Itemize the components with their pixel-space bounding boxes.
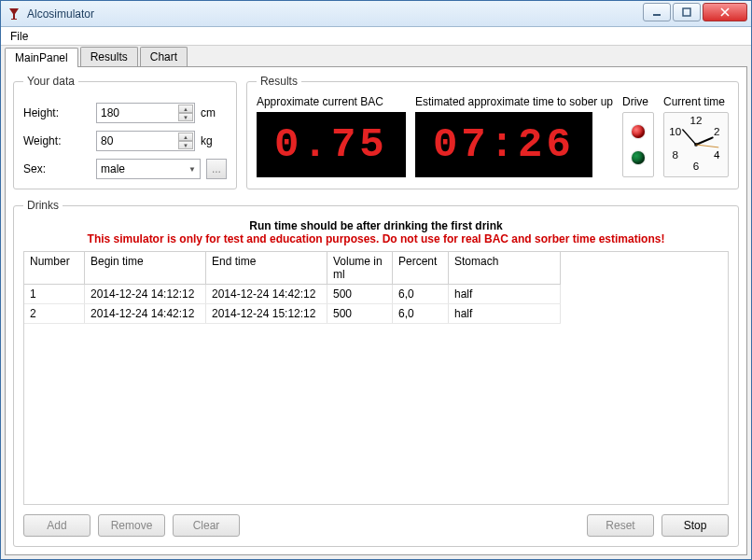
table-header: Number Begin time End time Volume in ml …: [24, 252, 561, 285]
sober-label: Estimated approximate time to sober up: [415, 95, 613, 108]
height-value: 180: [101, 106, 190, 119]
drive-label: Drive: [622, 95, 648, 108]
titlebar[interactable]: Alcosimulator: [1, 1, 751, 27]
col-percent[interactable]: Percent: [393, 252, 449, 284]
col-stomach[interactable]: Stomach: [449, 252, 561, 284]
maximize-button[interactable]: [673, 3, 701, 21]
svg-text:2: 2: [714, 125, 719, 137]
clock-hour-hand: [696, 137, 713, 145]
height-label: Height:: [23, 106, 96, 119]
window-buttons: [643, 1, 751, 26]
weight-up-icon[interactable]: ▲: [178, 133, 193, 141]
drinks-legend: Drinks: [23, 199, 63, 212]
hint-warning: This simulator is only for test and educ…: [23, 232, 729, 245]
led-green-icon: [632, 151, 645, 164]
analog-clock: 12 2 4 6 8 10: [663, 112, 729, 177]
col-number[interactable]: Number: [24, 252, 85, 284]
minimize-button[interactable]: [643, 3, 671, 21]
close-button[interactable]: [703, 3, 747, 21]
more-button[interactable]: ...: [206, 159, 227, 179]
svg-text:12: 12: [690, 114, 703, 126]
weight-value: 80: [101, 134, 190, 147]
height-down-icon[interactable]: ▼: [178, 113, 193, 121]
col-begin[interactable]: Begin time: [85, 252, 206, 284]
weight-input[interactable]: 80 ▲▼: [96, 131, 195, 151]
sober-display: 07:26: [415, 112, 592, 177]
sex-value: male: [101, 162, 125, 175]
tab-chart[interactable]: Chart: [140, 47, 188, 66]
clock-minute-hand: [682, 129, 696, 145]
col-volume[interactable]: Volume in ml: [327, 252, 393, 284]
add-button[interactable]: Add: [23, 514, 91, 537]
menubar: File: [1, 27, 751, 46]
app-window: Alcosimulator File MainPanel Results Cha…: [0, 0, 752, 560]
reset-button[interactable]: Reset: [587, 514, 654, 537]
drinks-table[interactable]: Number Begin time End time Volume in ml …: [23, 251, 729, 505]
bac-display: 0.75: [257, 112, 406, 177]
menu-file[interactable]: File: [5, 28, 34, 45]
weight-unit: kg: [201, 134, 227, 147]
content-panel: Your data Height: 180 ▲▼ cm Weight: 80 ▲…: [5, 66, 747, 555]
results-legend: Results: [257, 75, 301, 88]
clear-button[interactable]: Clear: [173, 514, 240, 537]
height-unit: cm: [201, 106, 227, 119]
button-row: Add Remove Clear Reset Stop: [23, 514, 729, 537]
weight-label: Weight:: [23, 134, 96, 147]
results-group: Results Approximate current BAC 0.75 Est…: [246, 75, 739, 189]
yourdata-group: Your data Height: 180 ▲▼ cm Weight: 80 ▲…: [13, 75, 237, 189]
drinks-group: Drinks Run time should be after drinking…: [13, 199, 739, 547]
height-up-icon[interactable]: ▲: [178, 105, 193, 113]
clock-second-hand: [696, 145, 718, 147]
svg-text:4: 4: [714, 148, 720, 161]
tab-mainpanel[interactable]: MainPanel: [5, 48, 78, 67]
svg-rect-0: [653, 14, 661, 16]
drive-indicator: [622, 112, 654, 177]
weight-down-icon[interactable]: ▼: [178, 141, 193, 149]
svg-rect-1: [683, 8, 690, 16]
yourdata-legend: Your data: [23, 75, 78, 88]
remove-button[interactable]: Remove: [98, 514, 165, 537]
height-input[interactable]: 180 ▲▼: [96, 103, 195, 123]
app-title: Alcosimulator: [27, 7, 643, 21]
chevron-down-icon: ▼: [188, 165, 196, 174]
svg-text:6: 6: [693, 160, 699, 172]
col-end[interactable]: End time: [206, 252, 327, 284]
hint-runtime: Run time should be after drinking the fi…: [23, 219, 729, 232]
table-row[interactable]: 1 2014-12-24 14:12:12 2014-12-24 14:42:1…: [24, 285, 561, 304]
sex-combo[interactable]: male ▼: [96, 159, 201, 179]
svg-text:10: 10: [669, 125, 681, 137]
led-red-icon: [632, 125, 645, 138]
svg-text:8: 8: [672, 148, 677, 161]
stop-button[interactable]: Stop: [661, 514, 729, 537]
app-icon: [7, 7, 21, 21]
table-row[interactable]: 2 2014-12-24 14:42:12 2014-12-24 15:12:1…: [24, 304, 561, 324]
sex-label: Sex:: [23, 162, 96, 175]
tabbar: MainPanel Results Chart: [1, 46, 751, 66]
clock-label: Current time: [663, 95, 725, 108]
tab-results[interactable]: Results: [80, 47, 138, 66]
bac-label: Approximate current BAC: [257, 95, 383, 108]
